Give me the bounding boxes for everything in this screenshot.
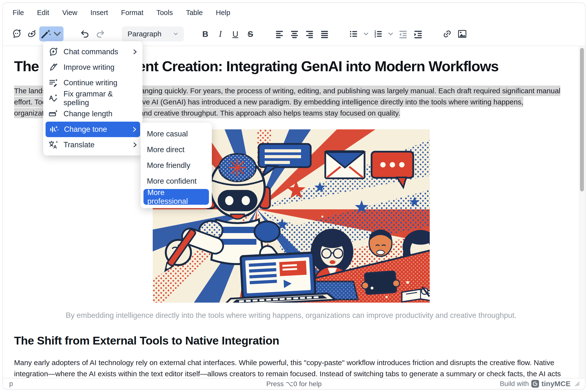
- undo-button[interactable]: [78, 26, 93, 42]
- format-select-value: Paragraph: [128, 30, 161, 38]
- format-select[interactable]: Paragraph: [122, 26, 184, 42]
- menu-item-chat-commands[interactable]: Chat commands: [43, 44, 143, 60]
- content-figure: By embedding intelligence directly into …: [14, 129, 568, 320]
- chevron-down-icon: [52, 28, 63, 40]
- bullet-list-options-chevron[interactable]: [361, 26, 371, 42]
- chat-commands-icon: [48, 46, 59, 57]
- bullet-list-icon: [348, 28, 359, 40]
- align-left-icon: [274, 28, 285, 40]
- change-length-icon: [48, 108, 59, 119]
- ai-shortcuts-button[interactable]: [24, 26, 39, 42]
- tinymce-logo-icon: [531, 380, 539, 388]
- align-justify-button[interactable]: [317, 26, 332, 42]
- menu-item-change-tone[interactable]: Change tone: [46, 122, 140, 137]
- align-right-icon: [304, 28, 315, 40]
- menu-item-label: Continue writing: [64, 78, 117, 87]
- fix-grammar-icon: A: [48, 93, 59, 104]
- undo-icon: [80, 28, 91, 40]
- menu-item-label: Change tone: [64, 125, 107, 134]
- chevron-down-icon: [362, 30, 370, 38]
- link-button[interactable]: [440, 26, 455, 42]
- menu-insert[interactable]: Insert: [90, 9, 108, 17]
- ai-chat-button[interactable]: [9, 26, 24, 42]
- ai-chat-icon: [11, 28, 22, 40]
- image-caption[interactable]: By embedding intelligence directly into …: [14, 310, 568, 320]
- bold-button[interactable]: B: [198, 26, 213, 42]
- ai-shortcuts-icon: [26, 28, 37, 40]
- outdent-button: [396, 26, 411, 42]
- menu-file[interactable]: File: [13, 9, 24, 17]
- submenu-item-more-professional[interactable]: More professional: [144, 189, 209, 205]
- ai-commands-menu: Chat commands Improve writing Continue w…: [43, 41, 143, 156]
- strikethrough-button[interactable]: S: [243, 26, 258, 42]
- help-shortcut-text: Press ⌥0 for help: [3, 380, 585, 388]
- menu-item-fix-grammar[interactable]: A Fix grammar & spelling: [43, 90, 143, 106]
- ai-wand-button[interactable]: [39, 26, 64, 42]
- resize-grip-icon[interactable]: [574, 381, 580, 386]
- branding-prefix: Build with: [500, 380, 529, 388]
- menu-edit[interactable]: Edit: [37, 9, 49, 17]
- menu-format[interactable]: Format: [121, 9, 144, 17]
- menu-item-label: Fix grammar & spelling: [64, 90, 138, 107]
- indent-button[interactable]: [411, 26, 426, 42]
- image-button[interactable]: [455, 26, 470, 42]
- continue-writing-icon: [48, 78, 59, 88]
- improve-writing-icon: [48, 62, 59, 73]
- scrollbar-track[interactable]: [579, 46, 585, 378]
- section-heading[interactable]: The Shift from External Tools to Native …: [14, 334, 568, 348]
- menu-item-label: Translate: [64, 140, 95, 149]
- svg-text:A: A: [53, 144, 57, 150]
- menu-view[interactable]: View: [62, 9, 77, 17]
- underline-button[interactable]: U: [228, 26, 243, 42]
- envelope-graphic: [325, 151, 365, 178]
- chevron-down-icon: [387, 30, 394, 38]
- align-left-button[interactable]: [272, 26, 287, 42]
- chevron-right-icon: [131, 126, 138, 133]
- submenu-item-more-casual[interactable]: More casual: [141, 126, 212, 142]
- align-justify-icon: [319, 28, 330, 40]
- menu-item-label: Change length: [64, 110, 113, 118]
- magic-wand-icon: [40, 28, 51, 40]
- submenu-item-more-confident[interactable]: More confident: [141, 173, 212, 189]
- statusbar: p Press ⌥0 for help Build with tinyMCE: [3, 378, 585, 389]
- submenu-item-more-friendly[interactable]: More friendly: [141, 158, 212, 173]
- numbered-list-options-chevron[interactable]: [386, 26, 396, 42]
- redo-icon: [95, 28, 106, 40]
- menu-item-label: Chat commands: [64, 48, 118, 56]
- svg-text:3: 3: [374, 35, 376, 38]
- redo-button: [93, 26, 108, 42]
- chevron-down-icon: [173, 31, 179, 37]
- align-right-button[interactable]: [302, 26, 317, 42]
- menu-item-change-length[interactable]: Change length: [43, 106, 143, 122]
- body-paragraph[interactable]: Many early adopters of AI technology rel…: [14, 357, 568, 378]
- chevron-right-icon: [131, 142, 138, 148]
- align-center-icon: [289, 28, 300, 40]
- italic-button[interactable]: I: [213, 26, 228, 42]
- image-icon: [457, 28, 468, 40]
- menu-item-improve-writing[interactable]: Improve writing: [43, 60, 143, 75]
- menu-tools[interactable]: Tools: [156, 9, 173, 17]
- numbered-list-icon: 123: [373, 28, 384, 40]
- outdent-icon: [397, 28, 409, 40]
- bullet-list-button[interactable]: [346, 26, 361, 42]
- translate-icon: A: [48, 140, 59, 150]
- change-tone-icon: [49, 124, 59, 135]
- submenu-item-more-direct[interactable]: More direct: [141, 142, 212, 158]
- indent-icon: [412, 28, 424, 40]
- menu-help[interactable]: Help: [216, 9, 230, 17]
- menu-item-continue-writing[interactable]: Continue writing: [43, 75, 143, 90]
- align-center-button[interactable]: [287, 26, 302, 42]
- menu-item-label: Improve writing: [64, 63, 114, 72]
- chevron-right-icon: [131, 48, 138, 55]
- change-tone-submenu: More casual More direct More friendly Mo…: [141, 122, 212, 208]
- numbered-list-button[interactable]: 123: [371, 26, 386, 42]
- branding-name[interactable]: tinyMCE: [541, 380, 570, 388]
- menu-item-translate[interactable]: A Translate: [43, 137, 143, 153]
- menu-table[interactable]: Table: [186, 9, 203, 17]
- scrollbar-thumb[interactable]: [580, 48, 584, 192]
- link-icon: [442, 28, 453, 40]
- menubar: File Edit View Insert Format Tools Table…: [3, 3, 585, 22]
